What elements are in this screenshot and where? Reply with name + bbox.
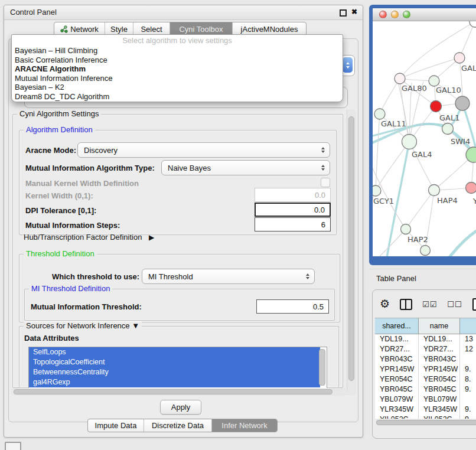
show-columns-icon[interactable]: ☑☑ — [422, 300, 437, 309]
dropdown-list: Bayesian – Hill ClimbingBasic Correlatio… — [12, 46, 343, 102]
window-float-icon[interactable] — [340, 9, 347, 17]
tab-infer-network[interactable]: Infer Network — [212, 419, 277, 432]
graph-node[interactable] — [402, 135, 417, 149]
dropdown-item[interactable]: ARACNE Algorithm — [12, 64, 343, 74]
down-arrow-icon — [346, 66, 350, 69]
graph-node[interactable] — [431, 101, 442, 112]
mi-steps-value: 6 — [321, 220, 325, 229]
table-row[interactable]: YDL19...YDL19...13 — [375, 334, 476, 344]
column-header-name[interactable]: name — [419, 318, 460, 334]
kernel-width-value: 0.0 — [315, 191, 325, 200]
graph-node[interactable] — [395, 73, 405, 84]
column-header-a[interactable]: A — [460, 318, 476, 334]
graph-edge[interactable] — [459, 22, 475, 58]
table-cell: YDL19... — [419, 334, 460, 344]
table-row[interactable]: YLR345WYLR345W9. — [375, 405, 476, 415]
expand-arrow-icon[interactable]: ▶ — [149, 233, 154, 242]
table-cell: YDL19... — [375, 334, 419, 344]
table-header-row: shared...nameA — [375, 318, 476, 334]
table-row[interactable]: YER054CYER054C8. — [375, 374, 476, 384]
network-graph[interactable]: GALGAL80GAL10GAL1GAL11SWI4GAL4GCY1HAP4YH… — [373, 21, 476, 256]
table-panel-title: Table Panel — [369, 269, 476, 288]
table-row[interactable]: YBR043CYBR043C — [375, 354, 476, 364]
table-row[interactable]: YPR145WYPR145W9. — [375, 364, 476, 374]
gear-icon[interactable]: ⚙ — [380, 298, 390, 310]
manual-kernel-checkbox[interactable] — [321, 178, 330, 187]
graph-edge[interactable] — [409, 142, 434, 190]
group-title: Threshold Definition — [24, 250, 97, 258]
scrollbar-thumb[interactable] — [376, 420, 476, 425]
graph-node[interactable] — [420, 246, 431, 256]
graph-node[interactable] — [429, 185, 440, 196]
close-window-icon[interactable] — [379, 11, 387, 18]
settings-horizontal-scrollbar[interactable] — [11, 388, 348, 396]
attribute-list-item[interactable]: TopologicalCoefficient — [29, 357, 320, 367]
tab-cyni-toolbox[interactable]: Cyni Toolbox — [170, 22, 233, 35]
docked-panel-icon[interactable] — [5, 442, 21, 450]
node-label: SWI4 — [451, 137, 470, 146]
graph-edge[interactable] — [406, 190, 434, 229]
network-canvas[interactable]: GALGAL80GAL10GAL1GAL11SWI4GAL4GCY1HAP4YH… — [373, 21, 476, 256]
node-label: Y — [472, 197, 476, 206]
list-scrollbar[interactable] — [319, 349, 325, 386]
window-close-icon[interactable]: ✖ — [351, 8, 357, 16]
graph-node[interactable] — [373, 185, 381, 196]
zoom-window-icon[interactable] — [403, 11, 410, 18]
aracne-mode-combo[interactable]: Discovery — [77, 142, 330, 158]
tab-network[interactable]: Network — [54, 22, 105, 35]
attribute-list-item[interactable]: BetweennessCentrality — [29, 367, 320, 377]
dropdown-item[interactable]: Bayesian – Hill Climbing — [12, 46, 343, 56]
graph-node[interactable] — [374, 109, 385, 119]
mi-steps-field[interactable]: 6 — [255, 217, 331, 231]
dpi-tolerance-field[interactable]: 0.0 — [255, 203, 331, 217]
attribute-list-item[interactable]: SelfLoops — [29, 347, 320, 357]
mi-steps-label: Mutual Information Steps: — [25, 221, 120, 230]
hub-definition-toggle[interactable]: Hub/Transcription Factor Definition ▶ — [24, 233, 154, 242]
graph-node[interactable] — [454, 53, 465, 63]
combo-stepper-icon[interactable] — [343, 57, 353, 73]
scrollbar-thumb[interactable] — [348, 116, 354, 381]
tab-impute-data[interactable]: Impute Data — [88, 419, 144, 432]
dropdown-item[interactable]: Mutual Information Inference — [12, 74, 343, 83]
tab-label: Impute Data — [95, 421, 137, 430]
minimize-window-icon[interactable] — [391, 11, 399, 18]
table-horizontal-scrollbar[interactable] — [375, 419, 476, 426]
graph-node[interactable] — [442, 123, 454, 135]
collapse-arrow-icon[interactable]: ▼ — [132, 321, 139, 330]
mi-threshold-field[interactable]: 0.5 — [256, 299, 329, 314]
graph-node[interactable] — [429, 76, 439, 86]
file-icon[interactable] — [472, 298, 476, 311]
graph-edge[interactable] — [448, 227, 476, 256]
scrollbar-thumb[interactable] — [14, 389, 332, 394]
tab-jactivemnodules[interactable]: jActiveMNodules — [233, 22, 306, 35]
dropdown-item[interactable]: Bayesian – K2 — [12, 83, 343, 92]
tab-style[interactable]: Style — [105, 22, 133, 35]
graph-edge[interactable] — [380, 79, 400, 114]
graph-node[interactable] — [470, 21, 476, 27]
column-header-shared[interactable]: shared... — [375, 318, 419, 334]
dropdown-item[interactable]: Dream8 DC_TDC Algorithm — [12, 92, 343, 102]
graph-edge[interactable] — [380, 229, 406, 256]
hide-columns-icon[interactable]: ☐☐ — [447, 300, 462, 309]
network-window-titlebar[interactable] — [373, 8, 476, 21]
attribute-list-item[interactable]: gal4RGexp — [29, 377, 320, 387]
table-row[interactable]: YDR27...YDR27...12 — [375, 344, 476, 354]
split-columns-icon[interactable] — [400, 299, 412, 310]
graph-node[interactable] — [401, 224, 411, 234]
settings-vertical-scrollbar[interactable] — [347, 109, 356, 395]
table-row[interactable]: YBL079WYBL079W — [375, 394, 476, 405]
which-threshold-combo[interactable]: MI Threshold — [142, 269, 315, 284]
table-row[interactable]: YBR045CYBR045C9. — [375, 384, 476, 394]
table-cell: YBL079W — [375, 394, 419, 405]
tab-select[interactable]: Select — [133, 22, 170, 35]
graph-node[interactable] — [466, 182, 476, 194]
mi-type-combo[interactable]: Naive Bayes — [161, 160, 330, 175]
data-attributes-list[interactable]: SelfLoopsTopologicalCoefficientBetweenne… — [28, 347, 327, 389]
tab-discretize-data[interactable]: Discretize Data — [144, 419, 212, 432]
table-cell: 12 — [460, 344, 476, 354]
apply-button[interactable]: Apply — [160, 400, 201, 415]
kernel-width-field[interactable]: 0.0 — [255, 188, 331, 202]
dropdown-item[interactable]: Basic Correlation Inference — [12, 56, 343, 65]
graph-node[interactable] — [455, 96, 470, 110]
dpi-tolerance-label: DPI Tolerance [0,1]: — [25, 206, 96, 215]
